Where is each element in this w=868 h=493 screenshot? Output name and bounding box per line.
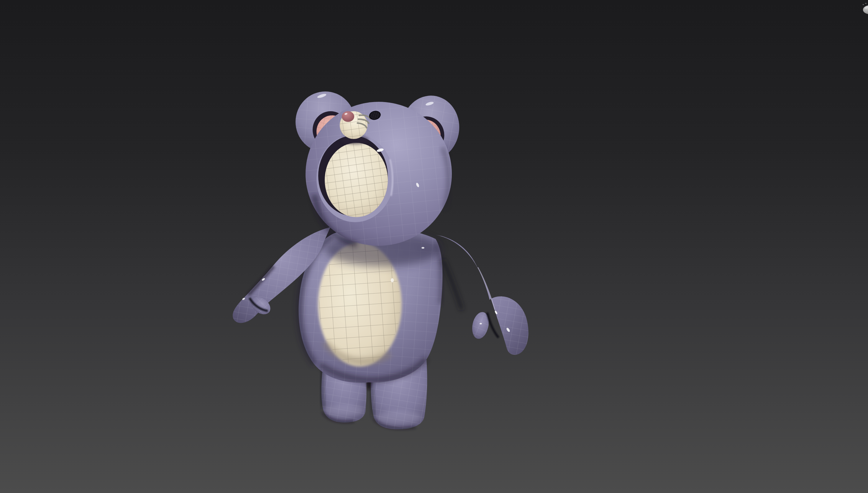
specular-highlight	[391, 278, 394, 282]
3d-viewport[interactable]	[0, 0, 868, 493]
ankle-band-highlight	[376, 411, 421, 424]
head	[306, 102, 452, 246]
nav-sphere-speck	[863, 4, 864, 5]
viewport-canvas	[0, 0, 868, 493]
specular-highlight	[421, 247, 424, 249]
ankle-band-highlight	[324, 405, 364, 416]
specular-highlight	[480, 323, 482, 324]
nav-sphere-speck	[865, 3, 867, 4]
nose	[342, 111, 354, 122]
